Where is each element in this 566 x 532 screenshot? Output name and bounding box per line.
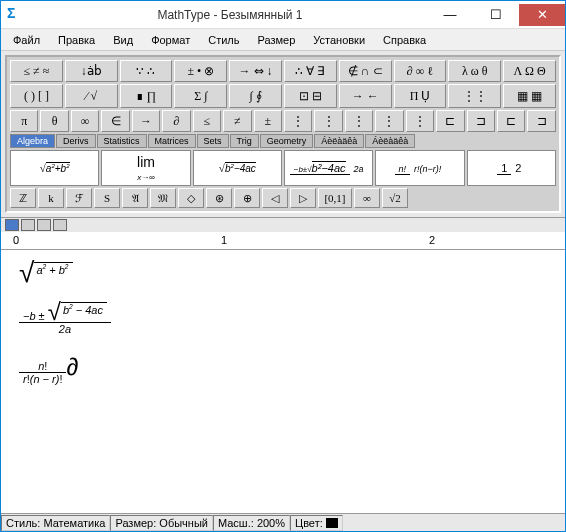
menu-view[interactable]: Вид [105, 32, 141, 48]
small-symbol-row: ℤ k ℱ S 𝔄 𝔐 ◇ ⊛ ⊕ ◁ ▷ [0,1] ∞ √2 [10, 188, 556, 208]
tab-matrices[interactable]: Matrices [148, 134, 196, 148]
menu-file[interactable]: Файл [5, 32, 48, 48]
sym-greek-upper[interactable]: Λ Ω Θ [503, 60, 556, 82]
size-btn-1[interactable] [5, 219, 19, 231]
sym-slot2[interactable]: ⋮ [314, 110, 342, 132]
size-row [1, 218, 565, 232]
sym-misc[interactable]: ∂ ∞ ℓ [394, 60, 447, 82]
sym-tri-right[interactable]: ▷ [290, 188, 316, 208]
sym-theta[interactable]: θ [40, 110, 68, 132]
sym-element[interactable]: ∈ [101, 110, 129, 132]
menu-settings[interactable]: Установки [305, 32, 373, 48]
tab-custom1[interactable]: Áèëàäêà [314, 134, 364, 148]
sym-diamond[interactable]: ◇ [178, 188, 204, 208]
sym-slot3[interactable]: ⋮ [345, 110, 373, 132]
tmpl-integral[interactable]: ∫ ∮ [229, 84, 282, 108]
window-title: MathType - Безымянный 1 [33, 8, 427, 22]
tmpl-matrix[interactable]: ⋮⋮ [448, 84, 501, 108]
tmpl-box[interactable]: ▦ ▦ [503, 84, 556, 108]
sym-circstar[interactable]: ⊛ [206, 188, 232, 208]
sym-a[interactable]: 𝔄 [122, 188, 148, 208]
sym-set[interactable]: ∉ ∩ ⊂ [339, 60, 392, 82]
tab-custom2[interactable]: Áèëàäêà [365, 134, 415, 148]
menu-edit[interactable]: Правка [50, 32, 103, 48]
status-style: Стиль: Математика [1, 515, 110, 531]
sym-greek-lower[interactable]: λ ω θ [448, 60, 501, 82]
menu-size[interactable]: Размер [249, 32, 303, 48]
sym-interval[interactable]: [0,1] [318, 188, 352, 208]
sym-k[interactable]: k [38, 188, 64, 208]
sym-partial[interactable]: ∂ [162, 110, 190, 132]
sym-neq[interactable]: ≠ [223, 110, 251, 132]
sym-infinity[interactable]: ∞ [71, 110, 99, 132]
equation-3: n! r!(n − r)! ∂ [19, 353, 547, 385]
size-btn-4[interactable] [53, 219, 67, 231]
sym-s[interactable]: S [94, 188, 120, 208]
sym-arrows[interactable]: → ⇔ ↓ [229, 60, 282, 82]
app-window: Σ MathType - Безымянный 1 — ☐ ✕ Файл Пра… [0, 0, 566, 532]
menubar: Файл Правка Вид Формат Стиль Размер Уста… [1, 29, 565, 51]
sym-logic[interactable]: ∴ ∀ ∃ [284, 60, 337, 82]
template-combination[interactable]: n!r!(n−r)! [375, 150, 464, 186]
tmpl-subscript[interactable]: ∎ ∏ [120, 84, 173, 108]
sym-inf2[interactable]: ∞ [354, 188, 380, 208]
sym-bracket2[interactable]: ⊐ [467, 110, 495, 132]
maximize-button[interactable]: ☐ [473, 4, 519, 26]
sym-sqrt2[interactable]: √2 [382, 188, 408, 208]
template-limit[interactable]: limx→∞ [101, 150, 190, 186]
sym-operators[interactable]: ± • ⊗ [174, 60, 227, 82]
sym-plusminus[interactable]: ± [254, 110, 282, 132]
status-color: Цвет: [290, 515, 343, 531]
sym-z[interactable]: ℤ [10, 188, 36, 208]
sym-leq[interactable]: ≤ [193, 110, 221, 132]
equation-canvas[interactable]: √a2 + b2 −b ± √b2 − 4ac 2a n! r!(n − r)!… [1, 250, 565, 513]
size-btn-2[interactable] [21, 219, 35, 231]
tab-trig[interactable]: Trig [230, 134, 259, 148]
sym-bracket3[interactable]: ⊏ [497, 110, 525, 132]
sym-bracket4[interactable]: ⊐ [527, 110, 555, 132]
sym-pi[interactable]: π [10, 110, 38, 132]
sym-slot1[interactable]: ⋮ [284, 110, 312, 132]
menu-format[interactable]: Формат [143, 32, 198, 48]
sym-bracket1[interactable]: ⊏ [436, 110, 464, 132]
tab-algebra[interactable]: Algebra [10, 134, 55, 148]
tool-area: ≤ ≠ ≈ ↓ȧḃ ∵ ∴ ± • ⊗ → ⇔ ↓ ∴ ∀ ∃ ∉ ∩ ⊂ ∂ … [1, 51, 565, 218]
minimize-button[interactable]: — [427, 4, 473, 26]
sym-slot4[interactable]: ⋮ [375, 110, 403, 132]
color-swatch-icon [326, 518, 338, 528]
template-pythagoras[interactable]: √a2+b2 [10, 150, 99, 186]
template-row: √a2+b2 limx→∞ √b2−4ac −b±√b²−4ac2a n!r!(… [10, 150, 556, 186]
template-quadratic[interactable]: −b±√b²−4ac2a [284, 150, 373, 186]
sym-tri-left[interactable]: ◁ [262, 188, 288, 208]
size-btn-3[interactable] [37, 219, 51, 231]
category-tabs: Algebra Derivs Statistics Matrices Sets … [10, 134, 556, 148]
tmpl-fence[interactable]: ( ) [ ] [10, 84, 63, 108]
sym-dots[interactable]: ∵ ∴ [120, 60, 173, 82]
menu-help[interactable]: Справка [375, 32, 434, 48]
ruler-mark-1: 1 [221, 234, 227, 246]
sym-oplus[interactable]: ⊕ [234, 188, 260, 208]
statusbar: Стиль: Математика Размер: Обычный Масш.:… [1, 513, 565, 531]
tab-geometry[interactable]: Geometry [260, 134, 314, 148]
tmpl-arrow[interactable]: → ← [339, 84, 392, 108]
sym-slot5[interactable]: ⋮ [406, 110, 434, 132]
tab-sets[interactable]: Sets [197, 134, 229, 148]
tab-derivs[interactable]: Derivs [56, 134, 96, 148]
sym-relations[interactable]: ≤ ≠ ≈ [10, 60, 63, 82]
tmpl-sum[interactable]: Σ ∫ [174, 84, 227, 108]
tmpl-overbar[interactable]: ⊡ ⊟ [284, 84, 337, 108]
sym-f[interactable]: ℱ [66, 188, 92, 208]
tab-statistics[interactable]: Statistics [97, 134, 147, 148]
tmpl-fraction[interactable]: ⁄ √ [65, 84, 118, 108]
template-half[interactable]: 12 [467, 150, 556, 186]
close-button[interactable]: ✕ [519, 4, 565, 26]
tmpl-product[interactable]: Π Ụ [394, 84, 447, 108]
sym-arrow-right[interactable]: → [132, 110, 160, 132]
template-discriminant[interactable]: √b2−4ac [193, 150, 282, 186]
ruler[interactable]: 0 1 2 [1, 232, 565, 250]
menu-style[interactable]: Стиль [200, 32, 247, 48]
equation-1: √a2 + b2 [19, 262, 547, 284]
ruler-mark-0: 0 [13, 234, 19, 246]
sym-m[interactable]: 𝔐 [150, 188, 176, 208]
sym-spaces[interactable]: ↓ȧḃ [65, 60, 118, 82]
